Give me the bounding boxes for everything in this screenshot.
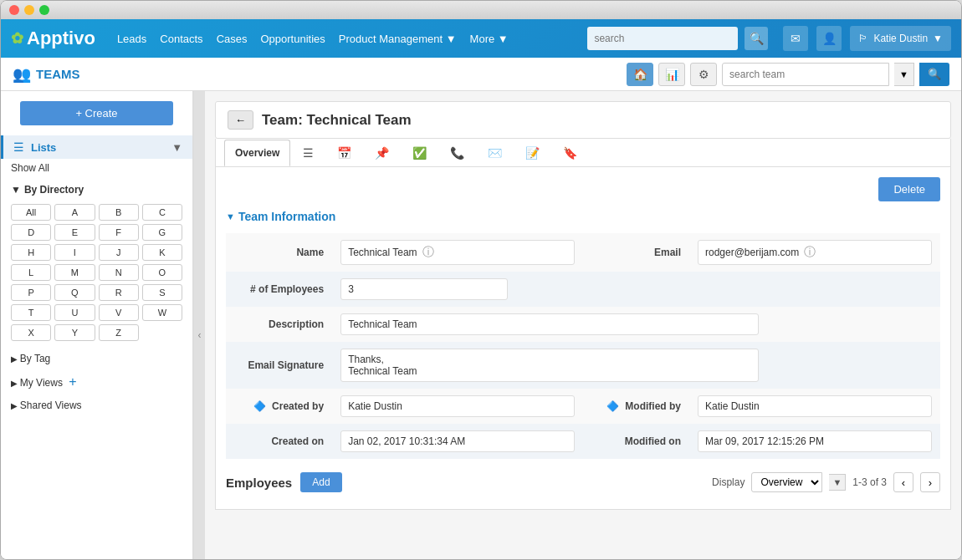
alpha-btn-w[interactable]: W — [142, 304, 182, 321]
by-directory[interactable]: ▼ By Directory — [1, 179, 192, 201]
search-team-input[interactable] — [722, 63, 889, 86]
create-button[interactable]: + Create — [20, 101, 173, 125]
alpha-btn-z[interactable]: Z — [99, 324, 139, 341]
sidebar-lists[interactable]: ☰ Lists ▼ — [1, 135, 192, 159]
alpha-btn-g[interactable]: G — [142, 224, 182, 241]
display-dropdown-icon[interactable]: ▼ — [829, 474, 846, 491]
search-go-button[interactable]: 🔍 — [919, 63, 949, 86]
alpha-btn-all[interactable]: All — [11, 204, 51, 221]
created-by-icon: 🔷 — [253, 400, 266, 412]
home-button[interactable]: 🏠 — [627, 63, 653, 86]
display-select[interactable]: Overview — [751, 472, 822, 492]
shared-views[interactable]: Shared Views — [1, 395, 192, 416]
add-employee-button[interactable]: Add — [300, 472, 341, 492]
nav-links: Leads Contacts Cases Opportunities Produ… — [117, 33, 509, 45]
alpha-btn-o[interactable]: O — [142, 264, 182, 281]
add-view-icon[interactable]: + — [69, 374, 76, 389]
alpha-btn-u[interactable]: U — [54, 304, 95, 321]
alpha-btn-e[interactable]: E — [54, 224, 95, 241]
created-by-label: 🔷 Created by — [226, 389, 332, 424]
alpha-btn-t[interactable]: T — [11, 304, 51, 321]
maximize-icon[interactable] — [39, 5, 49, 15]
nav-product-management[interactable]: Product Management ▼ — [339, 33, 457, 45]
nav-icons: ✉ 👤 🏳 Katie Dustin ▼ — [783, 26, 951, 51]
alpha-btn-c[interactable]: C — [142, 204, 182, 221]
teams-icon: 👥 — [13, 65, 31, 84]
name-info-icon[interactable]: ⓘ — [422, 245, 434, 260]
tab-pin[interactable]: 📌 — [364, 139, 400, 166]
tab-list[interactable]: ☰ — [292, 139, 325, 166]
modified-by-label: 🔷 Modified by — [583, 389, 689, 424]
employees-header: Employees Add Display Overview ▼ 1-3 of … — [226, 472, 940, 499]
created-on-label: Created on — [226, 424, 332, 459]
tab-email[interactable]: ✉️ — [477, 139, 513, 166]
alpha-btn-y[interactable]: Y — [54, 324, 95, 341]
email-info-icon[interactable]: ⓘ — [804, 245, 816, 260]
settings-button[interactable]: ⚙ — [690, 63, 717, 86]
chart-button[interactable]: 📊 — [658, 63, 685, 86]
alpha-btn-n[interactable]: N — [99, 264, 139, 281]
close-icon[interactable] — [9, 5, 19, 15]
my-views[interactable]: My Views + — [1, 369, 192, 395]
alpha-btn-a[interactable]: A — [54, 204, 95, 221]
users-icon[interactable]: 👤 — [816, 26, 842, 51]
search-dropdown-button[interactable]: ▼ — [894, 63, 914, 86]
collapse-icon: ▼ — [11, 184, 21, 196]
alpha-btn-q[interactable]: Q — [54, 284, 95, 301]
teams-title: 👥 TEAMS — [13, 65, 80, 84]
alpha-btn-b[interactable]: B — [99, 204, 139, 221]
nav-cases[interactable]: Cases — [217, 33, 248, 45]
by-tag[interactable]: By Tag — [1, 348, 192, 369]
description-label: Description — [226, 307, 332, 342]
team-title: Team: Technical Team — [262, 112, 412, 129]
team-header: ← Team: Technical Team — [215, 101, 951, 139]
messages-icon[interactable]: ✉ — [783, 26, 808, 51]
email-label: Email — [583, 233, 689, 272]
tab-check[interactable]: ✅ — [402, 139, 438, 166]
tab-tag[interactable]: 🔖 — [552, 139, 588, 166]
alpha-btn-i[interactable]: I — [54, 244, 95, 261]
back-button[interactable]: ← — [228, 110, 253, 130]
employees-title: Employees — [226, 476, 292, 490]
nav-leads[interactable]: Leads — [117, 33, 146, 45]
prev-page-button[interactable]: ‹ — [893, 472, 913, 492]
tab-note[interactable]: 📝 — [514, 139, 550, 166]
alpha-btn-r[interactable]: R — [99, 284, 139, 301]
alpha-btn-f[interactable]: F — [99, 224, 139, 241]
top-nav: ✿ Apptivo Leads Contacts Cases Opportuni… — [1, 19, 961, 58]
alpha-btn-h[interactable]: H — [11, 244, 51, 261]
tab-phone[interactable]: 📞 — [439, 139, 475, 166]
minimize-icon[interactable] — [24, 5, 34, 15]
email-value: rodger@berijam.com ⓘ — [698, 240, 932, 265]
nav-opportunities[interactable]: Opportunities — [260, 33, 325, 45]
alpha-btn-d[interactable]: D — [11, 224, 51, 241]
nav-contacts[interactable]: Contacts — [160, 33, 202, 45]
alpha-btn-p[interactable]: P — [11, 284, 51, 301]
collapse-handle[interactable]: ‹ — [193, 91, 205, 560]
alpha-btn-j[interactable]: J — [99, 244, 139, 261]
nav-search-button[interactable]: 🔍 — [745, 27, 768, 50]
sidebar: + Create ☰ Lists ▼ Show All ▼ By Directo… — [1, 91, 193, 560]
content-area: ← Team: Technical Team Overview ☰ 📅 📌 ✅ … — [205, 91, 961, 560]
email-signature-value: Thanks, Technical Team — [340, 349, 759, 382]
delete-button[interactable]: Delete — [878, 177, 940, 201]
sub-header: 👥 TEAMS 🏠 📊 ⚙ ▼ 🔍 — [1, 58, 961, 91]
nav-more[interactable]: More ▼ — [470, 33, 509, 45]
next-page-button[interactable]: › — [920, 472, 940, 492]
alpha-btn-v[interactable]: V — [99, 304, 139, 321]
nav-search-input[interactable] — [587, 27, 738, 50]
employees-label: # of Employees — [226, 272, 332, 307]
lists-label: Lists — [31, 141, 56, 154]
user-menu-button[interactable]: 🏳 Katie Dustin ▼ — [850, 26, 951, 51]
alpha-btn-k[interactable]: K — [142, 244, 182, 261]
alpha-btn-l[interactable]: L — [11, 264, 51, 281]
tab-overview[interactable]: Overview — [224, 140, 290, 166]
alpha-btn-m[interactable]: M — [54, 264, 95, 281]
form-table: Name Technical Team ⓘ Email rodger@berij… — [226, 233, 940, 459]
sub-header-right: 🏠 📊 ⚙ ▼ 🔍 — [627, 63, 949, 86]
alpha-btn-s[interactable]: S — [142, 284, 182, 301]
tab-calendar[interactable]: 📅 — [326, 139, 362, 166]
show-all[interactable]: Show All — [1, 159, 192, 179]
alpha-btn-x[interactable]: X — [11, 324, 51, 341]
title-bar — [1, 1, 961, 19]
